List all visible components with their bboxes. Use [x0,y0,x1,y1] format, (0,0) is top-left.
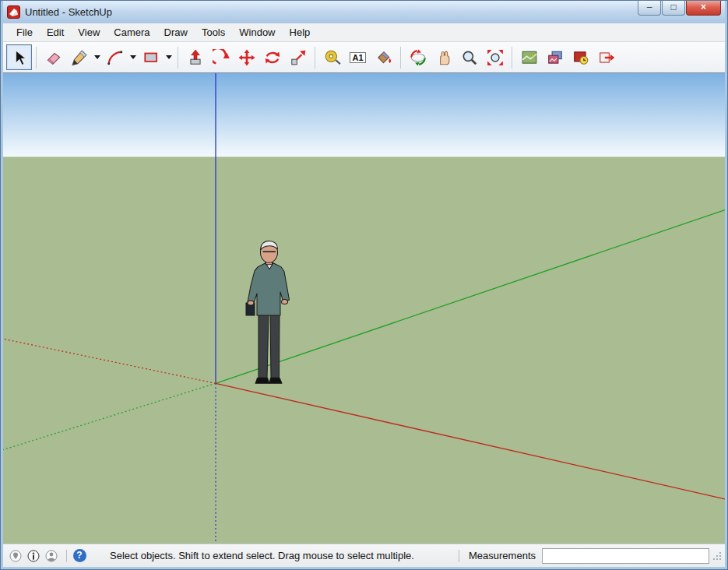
statusbar-separator [66,550,67,562]
paint-bucket-tool-button[interactable] [371,44,396,70]
chevron-down-icon [166,55,172,59]
add-location-button[interactable] [516,44,542,70]
push-pull-icon [187,49,204,66]
share-model-icon [598,49,615,66]
person-hand [282,299,288,304]
move-tool-button[interactable] [234,44,259,70]
toolbar: A1 [3,42,725,73]
follow-me-icon [213,49,230,66]
zoom-magnifier-icon [461,49,478,66]
menu-help[interactable]: Help [283,24,318,40]
person-pants [258,314,269,378]
sketchup-window: Untitled - SketchUp – □ × File Edit View… [0,0,728,570]
toolbar-separator [512,47,512,69]
minimize-button[interactable]: – [638,1,661,16]
move-icon [238,49,255,66]
share-model-button[interactable] [593,44,619,70]
help-button[interactable]: ? [72,548,87,564]
arc-icon [107,49,124,66]
rectangle-icon [142,49,160,66]
select-tool-button[interactable] [6,44,32,70]
credits-status-button[interactable] [26,548,41,564]
orbit-tool-button[interactable] [405,44,431,70]
get-models-button[interactable] [568,44,593,70]
rectangle-tool-button[interactable] [138,44,164,70]
line-tool-button[interactable] [66,44,92,70]
toolbar-separator [315,47,315,69]
toolbar-separator [36,47,37,69]
push-pull-tool-button[interactable] [182,44,208,70]
menu-bar: File Edit View Camera Draw Tools Window … [3,23,725,42]
status-bar: ? Select objects. Shift to extend select… [3,544,725,567]
text-tool-icon: A1 [350,52,365,63]
person-shoe [255,378,269,383]
eraser-tool-button[interactable] [40,44,66,70]
geolocation-icon [9,549,23,563]
person-pants [270,314,280,378]
menu-window[interactable]: Window [232,24,282,40]
zoom-extents-icon [487,49,504,66]
menu-edit[interactable]: Edit [40,24,71,40]
pan-tool-button[interactable] [431,44,456,70]
menu-file[interactable]: File [9,24,40,40]
select-arrow-icon [11,49,28,66]
toolbar-separator [400,47,401,69]
arc-tool-dropdown[interactable] [128,44,138,70]
text-tool-button[interactable]: A1 [345,44,371,70]
measurements-label: Measurements [469,550,536,561]
viewport [3,73,725,544]
resize-grip[interactable] [712,551,722,561]
add-location-icon [521,49,538,66]
get-models-icon [572,49,589,66]
photo-textures-icon [547,49,564,66]
eraser-icon [45,49,62,66]
close-button[interactable]: × [686,1,721,16]
line-tool-dropdown[interactable] [92,44,102,70]
measurements-input[interactable] [542,548,709,564]
zoom-tool-button[interactable] [456,44,482,70]
user-icon [44,549,58,563]
title-bar[interactable]: Untitled - SketchUp – □ × [3,1,725,23]
arc-tool-button[interactable] [102,44,128,70]
statusbar-separator [459,550,459,562]
follow-me-tool-button[interactable] [208,44,234,70]
chevron-down-icon [130,55,136,59]
geolocation-status-button[interactable] [8,548,23,564]
menu-tools[interactable]: Tools [195,24,232,40]
ground [3,157,725,544]
window-title: Untitled - SketchUp [25,6,112,18]
menu-view[interactable]: View [71,24,107,40]
person-hand [248,301,254,305]
viewport-canvas[interactable] [3,73,725,544]
help-icon: ? [73,549,86,562]
toolbar-separator [178,47,178,69]
scale-tool-button[interactable] [285,44,311,70]
rotate-icon [264,49,281,66]
rectangle-tool-dropdown[interactable] [164,44,174,70]
menu-camera[interactable]: Camera [107,24,157,40]
measurements-area: Measurements [454,548,722,564]
tape-measure-tool-button[interactable] [319,44,345,70]
sketchup-logo-icon [7,5,20,19]
scale-icon [290,49,307,66]
pencil-icon [71,49,88,66]
sign-in-status-button[interactable] [44,548,59,564]
tape-measure-icon [324,49,341,66]
chevron-down-icon [94,55,100,59]
paint-bucket-icon [375,49,392,66]
sky [3,73,725,157]
zoom-extents-tool-button[interactable] [482,44,508,70]
photo-textures-button[interactable] [542,44,568,70]
status-hint-text: Select objects. Shift to extend select. … [110,550,414,561]
window-controls: – □ × [637,1,721,16]
pan-hand-icon [435,49,452,66]
menu-draw[interactable]: Draw [157,24,195,40]
orbit-icon [410,49,427,66]
person-shoe [269,378,282,383]
rotate-tool-button[interactable] [259,44,285,70]
maximize-button[interactable]: □ [662,1,685,16]
resize-grip-icon [712,551,722,561]
info-icon [26,549,40,563]
